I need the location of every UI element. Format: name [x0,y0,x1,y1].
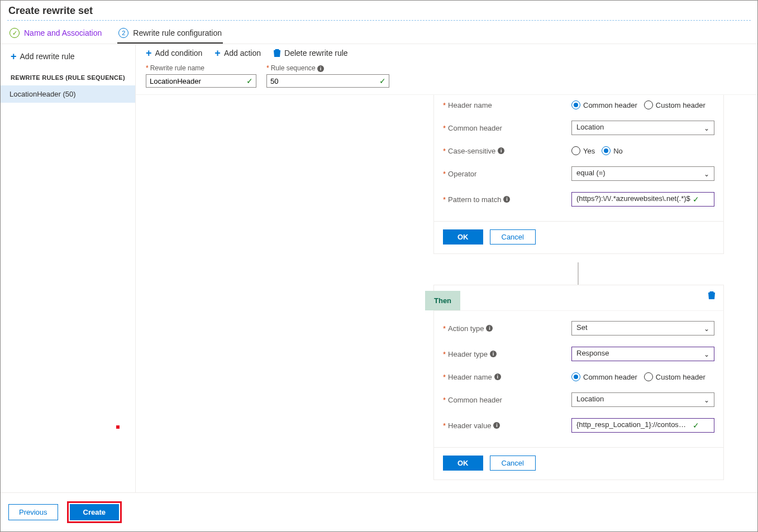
cancel-button[interactable]: Cancel [490,229,536,245]
action-type-select[interactable]: Set⌄ [571,321,714,336]
case-sensitive-label: Case-sensitive [448,147,495,155]
info-icon[interactable]: i [503,196,510,203]
pattern-input[interactable]: (https?):\/\/.*azurewebsites\.net(.*)$✓ [571,192,714,207]
page-title: Create rewrite set [1,1,757,20]
previous-button[interactable]: Previous [8,504,58,520]
delete-rewrite-rule-button[interactable]: Delete rewrite rule [273,49,348,57]
info-icon[interactable]: i [486,325,493,332]
toolbar: + Add condition + Add action Delete rewr… [136,44,757,62]
checkmark-icon: ✓ [246,76,253,85]
divider [7,20,751,21]
pattern-label: Pattern to match [448,195,501,204]
chevron-down-icon: ⌄ [704,170,709,178]
cancel-button[interactable]: Cancel [490,456,536,471]
info-icon[interactable]: i [490,351,497,357]
create-button-highlight: Create [67,501,122,523]
common-header-select[interactable]: Location⌄ [571,121,714,135]
checkmark-icon: ✓ [693,195,699,204]
create-button[interactable]: Create [70,504,119,520]
checkmark-icon: ✓ [693,421,699,430]
common-header-label: Common header [448,396,502,404]
add-condition-button[interactable]: + Add condition [146,49,202,57]
chevron-down-icon: ⌄ [704,124,709,132]
add-action-button[interactable]: + Add action [214,49,261,57]
sidebar-section-header: REWRITE RULES (RULE SEQUENCE) [1,64,135,85]
rule-sequence-input[interactable] [266,74,389,88]
operator-select[interactable]: equal (=)⌄ [571,166,714,181]
radio-common-header[interactable]: Common header [571,372,637,381]
toolbar-label: Add action [224,49,261,57]
header-value-input[interactable]: {http_resp_Location_1}://contoso.com{htt… [571,418,714,433]
sidebar-item-locationheader[interactable]: LocationHeader (50) [1,85,135,103]
radio-common-header[interactable]: Common header [571,100,637,109]
condition-card: *Header name Common header Custom header… [433,95,724,254]
radio-custom-header[interactable]: Custom header [644,100,705,109]
info-icon[interactable]: i [498,147,504,154]
sidebar: + Add rewrite rule REWRITE RULES (RULE S… [1,44,136,497]
common-header-label: Common header [448,124,502,132]
action-card: Then *Action type i Set⌄ *Header type i … [433,285,724,480]
header-name-label: Header name [448,101,492,109]
trash-icon [273,49,281,57]
radio-yes[interactable]: Yes [571,146,595,155]
common-header-select[interactable]: Location⌄ [571,392,714,407]
check-icon: ✓ [9,28,20,38]
info-icon[interactable]: i [493,422,500,429]
plus-icon: + [11,52,17,60]
tab-name-and-association[interactable]: ✓ Name and Association [8,23,103,44]
chevron-down-icon: ⌄ [704,351,709,358]
plus-icon: + [146,49,152,57]
tab-rewrite-rule-configuration[interactable]: 2 Rewrite rule configuration [117,23,223,44]
header-type-label: Header type [448,350,488,358]
header-value-label: Header value [448,421,491,430]
chevron-down-icon: ⌄ [704,325,709,333]
rule-form: *Rewrite rule name ✓ *Rule sequence i ✓ [136,62,757,95]
radio-custom-header[interactable]: Custom header [644,372,705,381]
wizard-tabs: ✓ Name and Association 2 Rewrite rule co… [1,21,757,44]
toolbar-label: Add condition [155,49,203,57]
header-type-select[interactable]: Response⌄ [571,347,714,361]
toolbar-label: Delete rewrite rule [284,49,348,57]
radio-no[interactable]: No [602,146,623,155]
checkmark-icon: ✓ [379,76,386,85]
add-rule-label: Add rewrite rule [20,52,75,61]
step-number-icon: 2 [118,28,128,38]
then-badge: Then [425,291,460,310]
rule-sequence-label: *Rule sequence i [266,64,389,72]
info-icon[interactable]: i [494,373,501,380]
rule-name-label: *Rewrite rule name [146,64,256,72]
header-name-label: Header name [448,373,492,381]
info-icon[interactable]: i [317,65,324,72]
trash-icon[interactable] [708,291,716,301]
action-type-label: Action type [448,324,484,333]
ok-button[interactable]: OK [443,229,483,245]
operator-label: Operator [448,170,476,178]
chevron-down-icon: ⌄ [704,396,709,404]
connector-line [578,262,579,285]
red-dot-marker [116,425,120,429]
footer: Previous Create [1,492,757,531]
tab-label: Name and Association [24,28,102,37]
tab-label: Rewrite rule configuration [133,28,222,37]
rule-name-input[interactable] [146,74,256,88]
ok-button[interactable]: OK [443,456,483,471]
add-rewrite-rule-button[interactable]: + Add rewrite rule [1,49,135,64]
plus-icon: + [214,49,221,57]
